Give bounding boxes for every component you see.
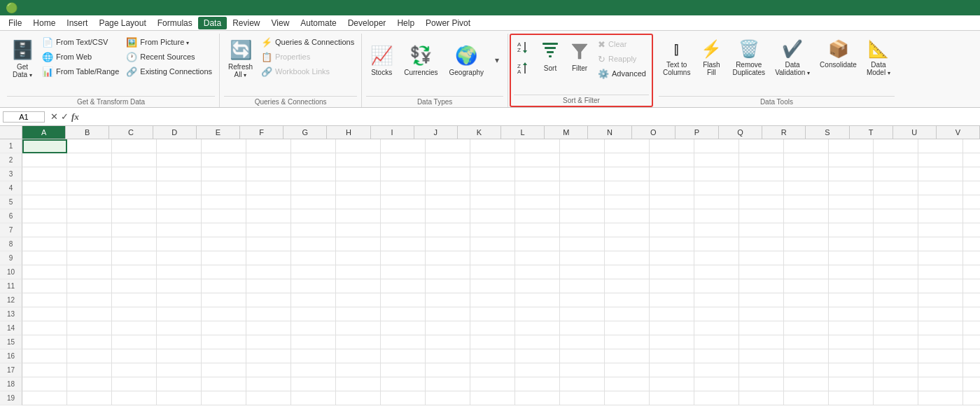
cell-12-4[interactable] [202,293,246,307]
cell-12-18[interactable] [829,293,874,307]
cell-7-16[interactable] [739,223,784,237]
cell-18-11[interactable] [515,377,560,391]
cell-15-19[interactable] [874,335,918,349]
cell-7-1[interactable] [67,223,112,237]
cell-14-13[interactable] [605,321,650,335]
cell-4-6[interactable] [291,181,336,195]
cell-1-6[interactable] [291,139,336,153]
cell-9-8[interactable] [381,251,426,265]
cell-14-20[interactable] [918,321,963,335]
cell-15-4[interactable] [202,335,246,349]
cell-15-2[interactable] [112,335,157,349]
cell-11-9[interactable] [426,279,470,293]
cell-17-10[interactable] [470,363,515,377]
cell-19-14[interactable] [650,391,694,405]
cell-17-20[interactable] [918,363,963,377]
cell-19-3[interactable] [157,391,202,405]
cell-14-16[interactable] [739,321,784,335]
cell-8-12[interactable] [560,237,605,251]
cell-14-11[interactable] [515,321,560,335]
cell-6-4[interactable] [202,209,246,223]
recent-sources-button[interactable]: 🕐 Recent Sources [123,50,215,64]
sort-az-button[interactable]: A Z [514,36,535,57]
cell-6-1[interactable] [67,209,112,223]
cell-16-7[interactable] [336,349,381,363]
menu-item-data[interactable]: Data [198,17,227,29]
cell-5-15[interactable] [694,195,739,209]
cell-3-4[interactable] [202,167,246,181]
cell-17-19[interactable] [874,363,918,377]
cell-8-3[interactable] [157,237,202,251]
cell-3-6[interactable] [291,167,336,181]
col-header-p[interactable]: P [676,126,719,139]
cell-18-13[interactable] [605,377,650,391]
cell-15-20[interactable] [918,335,963,349]
cell-19-17[interactable] [784,391,829,405]
cell-12-19[interactable] [874,293,918,307]
cell-1-7[interactable] [336,139,381,153]
cell-9-20[interactable] [918,251,963,265]
cell-2-2[interactable] [112,153,157,167]
cell-4-10[interactable] [470,181,515,195]
col-header-o[interactable]: O [632,126,676,139]
cell-15-12[interactable] [560,335,605,349]
cell-17-4[interactable] [202,363,246,377]
cell-6-6[interactable] [291,209,336,223]
cell-12-16[interactable] [739,293,784,307]
cell-4-4[interactable] [202,181,246,195]
cell-2-16[interactable] [739,153,784,167]
cell-9-17[interactable] [784,251,829,265]
cell-10-14[interactable] [650,265,694,279]
cell-1-10[interactable] [470,139,515,153]
cell-14-2[interactable] [112,321,157,335]
cell-10-3[interactable] [157,265,202,279]
cell-19-2[interactable] [112,391,157,405]
cell-15-13[interactable] [605,335,650,349]
col-header-f[interactable]: F [240,126,284,139]
cell-10-9[interactable] [426,265,470,279]
cell-6-7[interactable] [336,209,381,223]
cell-13-12[interactable] [560,307,605,321]
cell-9-0[interactable] [22,251,67,265]
cell-13-6[interactable] [291,307,336,321]
cell-10-4[interactable] [202,265,246,279]
cell-18-0[interactable] [22,377,67,391]
cell-3-8[interactable] [381,167,426,181]
cell-7-10[interactable] [470,223,515,237]
cell-12-12[interactable] [560,293,605,307]
menu-item-insert[interactable]: Insert [61,17,93,29]
cell-15-17[interactable] [784,335,829,349]
cell-8-10[interactable] [470,237,515,251]
col-header-c[interactable]: C [109,126,153,139]
cell-9-21[interactable] [963,251,980,265]
cell-16-14[interactable] [650,349,694,363]
cell-8-5[interactable] [246,237,291,251]
cell-4-8[interactable] [381,181,426,195]
cell-11-17[interactable] [784,279,829,293]
cell-8-9[interactable] [426,237,470,251]
from-text-csv-button[interactable]: 📄 From Text/CSV [39,35,122,49]
cell-12-20[interactable] [918,293,963,307]
cell-4-13[interactable] [605,181,650,195]
cell-9-14[interactable] [650,251,694,265]
cell-9-4[interactable] [202,251,246,265]
cell-13-4[interactable] [202,307,246,321]
cell-11-5[interactable] [246,279,291,293]
cell-5-12[interactable] [560,195,605,209]
cell-3-19[interactable] [874,167,918,181]
cell-15-15[interactable] [694,335,739,349]
cell-14-6[interactable] [291,321,336,335]
menu-item-pagelayout[interactable]: Page Layout [93,17,151,29]
properties-button[interactable]: 📋 Properties [258,50,357,64]
sort-button[interactable]: Sort [536,35,564,85]
cell-19-18[interactable] [829,391,874,405]
from-table-button[interactable]: 📊 From Table/Range [39,64,122,78]
cell-7-15[interactable] [694,223,739,237]
cell-6-3[interactable] [157,209,202,223]
cell-4-9[interactable] [426,181,470,195]
cell-6-0[interactable] [22,209,67,223]
cell-3-17[interactable] [784,167,829,181]
cell-6-10[interactable] [470,209,515,223]
cell-11-20[interactable] [918,279,963,293]
cell-12-11[interactable] [515,293,560,307]
